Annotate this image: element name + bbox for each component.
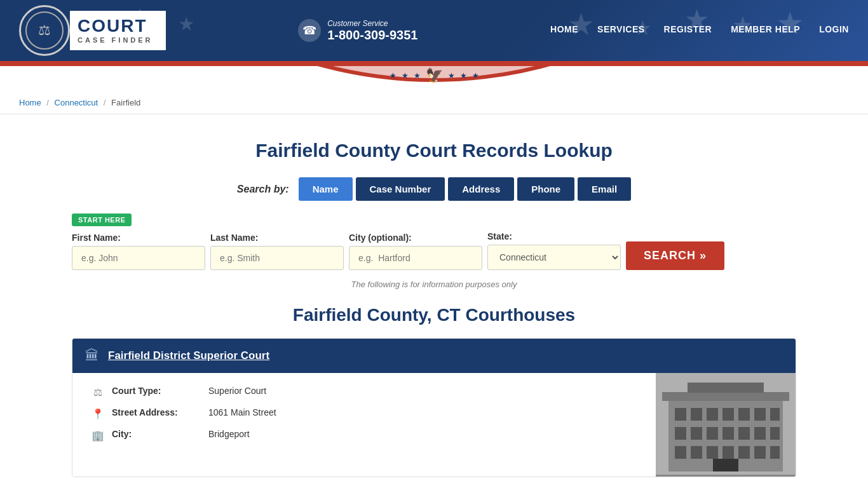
courthouses-title: Fairfield County, CT Courthouses [72, 305, 796, 325]
eagle-emblem: ★ ★ ★ 🦅 ★ ★ ★ [390, 67, 479, 84]
courthouse-name[interactable]: Fairfield District Superior Court [108, 349, 269, 362]
svg-rect-7 [754, 408, 766, 421]
tab-address[interactable]: Address [448, 177, 514, 201]
logo-circle: ⚖ [19, 5, 70, 56]
tab-phone[interactable]: Phone [517, 177, 574, 201]
detail-row-city: 🏢 City: Bridgeport [92, 429, 637, 442]
svg-rect-12 [722, 427, 734, 440]
city-input[interactable] [349, 246, 482, 270]
tab-case-number[interactable]: Case Number [356, 177, 445, 201]
svg-rect-3 [691, 408, 702, 421]
city-label: City (optional): [349, 233, 482, 243]
detail-row-court-type: ⚖ Court Type: Superior Court [92, 386, 637, 398]
city-detail-label: City: [112, 429, 201, 439]
cs-phone: 1-800-309-9351 [327, 28, 417, 43]
search-form: First Name: Last Name: City (optional): … [72, 231, 796, 270]
svg-rect-24 [688, 383, 764, 393]
last-name-input[interactable] [210, 246, 344, 270]
state-group: State: Connecticut Alabama Alaska Arizon… [487, 231, 621, 270]
state-label: State: [487, 231, 621, 241]
nav-login[interactable]: LOGIN [819, 24, 849, 37]
search-by-label: Search by: [237, 184, 289, 195]
svg-rect-2 [675, 408, 686, 421]
gavel-icon: ⚖ [92, 386, 104, 398]
svg-rect-11 [707, 427, 718, 440]
location-icon: 📍 [92, 408, 104, 420]
svg-rect-8 [770, 408, 780, 421]
svg-rect-9 [675, 427, 686, 440]
star-left-2: ★ [402, 71, 409, 80]
last-name-group: Last Name: [210, 233, 344, 270]
logo-subtitle: CASE FINDER [78, 36, 153, 44]
courthouse-card: 🏛 Fairfield District Superior Court ⚖ Co… [72, 338, 796, 477]
search-btn-wrapper: SEARCH » [626, 241, 724, 270]
star-right-2: ★ [460, 71, 467, 80]
nav-member-help[interactable]: MEMBER HELP [731, 24, 800, 37]
courthouse-building-svg [656, 373, 796, 475]
logo-text: COURT CASE FINDER [70, 11, 166, 50]
courthouse-icon: 🏛 [85, 348, 99, 364]
svg-rect-15 [770, 427, 780, 440]
first-name-group: First Name: [72, 233, 205, 270]
svg-rect-21 [754, 446, 766, 459]
svg-rect-18 [707, 446, 718, 459]
svg-rect-20 [738, 446, 750, 459]
courthouse-header: 🏛 Fairfield District Superior Court [72, 339, 796, 373]
tab-email[interactable]: Email [578, 177, 631, 201]
breadcrumb-sep-2: / [104, 98, 106, 107]
svg-rect-19 [722, 446, 734, 459]
svg-rect-17 [691, 446, 702, 459]
nav-register[interactable]: REGISTER [664, 24, 712, 37]
arc-container: ★ ★ ★ 🦅 ★ ★ ★ [0, 66, 868, 92]
breadcrumb-sep-1: / [46, 98, 49, 107]
courthouse-details: ⚖ Court Type: Superior Court 📍 Street Ad… [72, 373, 656, 477]
breadcrumb: Home / Connecticut / Fairfield [0, 92, 868, 114]
cs-label: Customer Service [327, 19, 417, 28]
logo-title: COURT [78, 17, 153, 35]
courthouse-image [656, 373, 796, 477]
tab-name[interactable]: Name [299, 177, 353, 201]
svg-rect-5 [722, 408, 734, 421]
svg-rect-16 [675, 446, 686, 459]
page-title: Fairfield County Court Records Lookup [72, 140, 796, 161]
first-name-input[interactable] [72, 246, 205, 270]
star-left-1: ★ [390, 71, 397, 80]
search-button[interactable]: SEARCH » [626, 241, 724, 270]
svg-rect-6 [738, 408, 750, 421]
city-icon: 🏢 [92, 430, 104, 442]
court-type-label: Court Type: [112, 386, 201, 396]
star-right-1: ★ [448, 71, 455, 80]
first-name-label: First Name: [72, 233, 205, 243]
detail-row-address: 📍 Street Address: 1061 Main Street [92, 407, 637, 420]
logo: ⚖ COURT CASE FINDER [19, 5, 166, 56]
main-nav: HOME SERVICES REGISTER MEMBER HELP LOGIN [550, 24, 849, 37]
svg-rect-14 [754, 427, 766, 440]
court-type-value: Superior Court [208, 386, 266, 396]
breadcrumb-connecticut[interactable]: Connecticut [55, 98, 98, 107]
svg-rect-23 [662, 392, 789, 401]
cs-text: Customer Service 1-800-309-9351 [327, 19, 417, 43]
logo-emblem: ⚖ [25, 11, 64, 50]
svg-rect-4 [707, 408, 718, 421]
start-here-badge: START HERE [72, 214, 132, 226]
star-right-3: ★ [472, 71, 479, 80]
phone-icon: ☎ [298, 19, 321, 42]
search-by-row: Search by: Name Case Number Address Phon… [72, 177, 796, 201]
nav-services[interactable]: SERVICES [597, 24, 645, 37]
last-name-label: Last Name: [210, 233, 344, 243]
svg-rect-13 [738, 427, 750, 440]
city-detail-value: Bridgeport [208, 429, 250, 439]
customer-service: ☎ Customer Service 1-800-309-9351 [298, 19, 417, 43]
breadcrumb-current: Fairfield [111, 98, 140, 107]
eagle-symbol: 🦅 [426, 67, 443, 84]
state-select[interactable]: Connecticut Alabama Alaska Arizona Arkan… [487, 245, 621, 270]
city-group: City (optional): [349, 233, 482, 270]
star-left-3: ★ [414, 71, 421, 80]
street-address-label: Street Address: [112, 407, 201, 417]
street-address-value: 1061 Main Street [208, 407, 276, 417]
nav-home[interactable]: HOME [550, 24, 578, 37]
breadcrumb-home[interactable]: Home [19, 98, 41, 107]
main-content: Fairfield County Court Records Lookup Se… [53, 114, 815, 488]
svg-rect-25 [713, 459, 738, 471]
svg-rect-22 [770, 446, 780, 459]
